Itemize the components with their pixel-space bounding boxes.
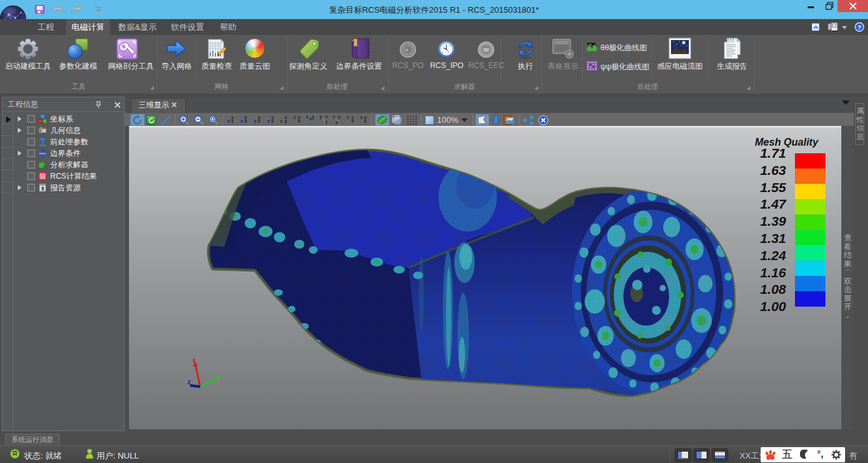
svg-text:x: x xyxy=(298,119,301,123)
svg-text:z: z xyxy=(268,119,270,123)
svg-text:x: x xyxy=(254,119,257,123)
svg-text:1.63: 1.63 xyxy=(760,163,786,177)
svg-text:?: ? xyxy=(858,24,862,31)
svg-text:1.39: 1.39 xyxy=(760,214,786,228)
svg-text:z: z xyxy=(325,120,328,124)
svg-text:x: x xyxy=(309,116,312,121)
svg-text:z: z xyxy=(231,119,234,123)
svg-text:x: x xyxy=(193,357,196,364)
svg-text:y: y xyxy=(338,114,341,120)
svg-text:x: x xyxy=(227,119,230,123)
svg-text:1.55: 1.55 xyxy=(760,180,786,195)
svg-text:1.08: 1.08 xyxy=(760,282,786,296)
svg-text:y: y xyxy=(320,114,322,120)
svg-text:x: x xyxy=(271,119,274,123)
svg-text:z: z xyxy=(187,378,191,385)
svg-text:z: z xyxy=(280,119,283,123)
svg-text:x: x xyxy=(336,120,338,125)
svg-text:x: x xyxy=(364,119,367,123)
svg-text:z: z xyxy=(258,119,261,123)
svg-text:z: z xyxy=(241,119,243,123)
svg-text:y: y xyxy=(312,114,315,120)
svg-text:1.24: 1.24 xyxy=(760,248,786,263)
svg-text:y: y xyxy=(285,119,287,124)
svg-text:z: z xyxy=(347,115,349,120)
svg-text:y: y xyxy=(218,373,222,380)
svg-text:1.31: 1.31 xyxy=(760,231,786,245)
svg-text:x: x xyxy=(351,119,354,123)
svg-text:1.00: 1.00 xyxy=(760,299,786,314)
svg-text:x: x xyxy=(245,119,247,123)
svg-text:1.16: 1.16 xyxy=(760,265,786,280)
svg-text:x: x xyxy=(325,114,328,119)
svg-text:z: z xyxy=(294,115,296,120)
svg-text:1.47: 1.47 xyxy=(760,197,787,211)
svg-text:z: z xyxy=(360,115,363,120)
svg-text:1.71: 1.71 xyxy=(760,146,786,160)
